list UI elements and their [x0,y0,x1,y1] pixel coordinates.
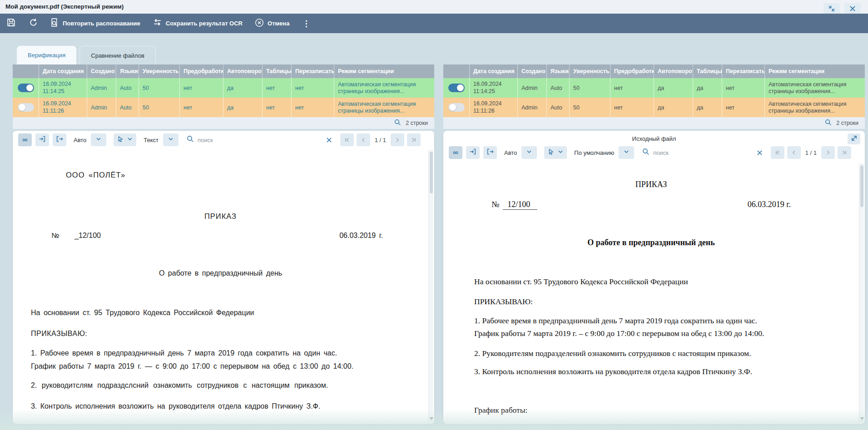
cell-created: Admin [87,98,116,117]
source-file-viewer: Исходный файл ∞ Авто [443,131,865,424]
doc-number: 12/100 [503,200,537,210]
save-ocr-label: Сохранить результат OCR [166,20,243,27]
row-toggle-on[interactable] [448,84,465,92]
cancel-button[interactable]: Отмена [254,18,289,30]
doc-line: 2. Руководителям подразделений ознакомит… [474,349,751,358]
cell-tables: да [693,98,722,117]
col-header: Режим сегментации [334,64,434,78]
tab-file-comparison[interactable]: Сравнение файлов [79,46,156,64]
cell-created: Admin [518,98,547,117]
save-file-button[interactable] [6,18,16,29]
more-options-button[interactable]: ⋮ [302,20,310,28]
doc-line: 1. Рабочее время в предпраздничный день … [474,316,757,326]
toggle-knob [449,104,456,111]
doc-line: График работы: [474,405,527,415]
doc-line: 3. Контроль исполнения возложить на руко… [31,402,320,410]
search-icon[interactable] [394,119,401,127]
source-file-panel: Дата создания Создано Языки Уверенность … [443,64,865,129]
source-document-content[interactable]: ПРИКАЗ №12/100 06.03.2019 г. О работе в … [443,131,859,424]
table-row[interactable]: 16.09.202411:14:25 Admin Auto 50 нет да … [13,78,434,98]
row-toggle-off[interactable] [18,103,34,112]
scrollbar-thumb[interactable] [430,152,433,193]
col-header: Создано [87,64,116,78]
cell-time: 11:14:25 [473,88,495,94]
cell-preprocessing: нет [180,78,223,98]
doc-line: График работы 7 марта 2019 г. — с 9:00 д… [31,362,353,371]
cell-segmentation: Автоматическая сегментация страницы изоб… [338,81,434,95]
tab-verification[interactable]: Верификация [17,46,76,64]
col-header: Дата создания [39,64,87,78]
tab-bar: Верификация Сравнение файлов [17,46,156,64]
ocr-document-content[interactable]: ООО «ПОЛЁТ» ПРИКАЗ №_12/100 06.03.2019 г… [13,131,428,424]
cell-autorotate: да [654,78,693,98]
col-header: Уверенность [570,64,610,78]
cell-confidence: 50 [570,98,610,117]
row-toggle-off[interactable] [448,103,465,112]
rows-count: 2 строки [836,120,858,126]
scroll-down-arrow[interactable] [430,417,433,420]
scrollbar-vertical[interactable] [859,163,864,421]
row-toggle-on[interactable] [18,84,34,92]
doc-company: ООО «ПОЛЁТ» [66,171,125,179]
swap-arrows-icon [152,18,163,29]
scrollbar-thumb[interactable] [860,165,863,207]
cell-languages: Auto [116,78,139,98]
col-header: Дата создания [470,64,518,78]
cell-tables: нет [263,78,292,98]
doc-date: 06.03.2019 г. [339,232,383,240]
scrollbar-vertical[interactable] [428,150,433,421]
doc-line: 3. Контроль исполнения возложить на руко… [474,367,752,376]
cell-segmentation: Автоматическая сегментация страницы изоб… [338,101,434,114]
cell-created: Admin [518,78,547,98]
cell-autorotate: да [654,98,693,117]
col-header: Автоповорот [223,64,263,78]
col-header: Режим сегментации [765,64,865,78]
cell-time: 11:11:26 [43,108,64,114]
table-row[interactable]: 16.09.202411:11:26 Admin Auto 50 нет да … [13,98,434,117]
doc-title: ПРИКАЗ [443,180,859,189]
repeat-ocr-label: Повторить распознавание [63,20,140,27]
cell-overwrite: нет [292,78,334,98]
col-header: Автоповорот [654,64,693,78]
doc-date: 06.03.2019 г. [748,200,791,209]
rows-count: 2 строки [406,120,428,126]
table-row[interactable]: 16.09.202411:11:26 Admin Auto 50 нет да … [443,98,865,117]
cancel-label: Отмена [268,20,289,27]
app-window: Мой документ.pdf (Экспертный режим) [0,0,868,430]
cell-segmentation: Автоматическая сегментация страницы изоб… [769,81,865,95]
cell-tables: нет [263,98,292,117]
cell-preprocessing: нет [180,98,223,117]
col-header: Языки [116,64,139,78]
title-bar: Мой документ.pdf (Экспертный режим) [0,0,868,14]
cell-autorotate: да [223,98,263,117]
refresh-button[interactable] [29,18,38,29]
doc-title: ПРИКАЗ [13,212,428,221]
save-ocr-button[interactable]: Сохранить результат OCR [152,18,243,29]
scroll-down-arrow[interactable] [860,417,864,420]
col-header: Перезаписать [722,64,765,78]
doc-number-label: № [491,200,499,209]
doc-subject: О работе в предпраздничный день [443,238,859,247]
col-toggle-header [13,64,39,78]
search-icon[interactable] [825,119,832,127]
table-row[interactable]: 16.09.202411:14:25 Admin Auto 50 нет да … [443,78,865,98]
cell-languages: Auto [547,78,570,98]
close-icon [849,5,856,14]
ocr-result-panel: Дата создания Создано Языки Уверенность … [13,64,434,129]
repeat-ocr-button[interactable]: Повторить распознавание [50,18,140,29]
cell-segmentation: Автоматическая сегментация страницы изоб… [769,101,865,114]
cell-overwrite: нет [722,98,765,117]
fullscreen-icon [828,5,835,14]
doc-line: ПРИКАЗЫВАЮ: [31,330,87,338]
cell-autorotate: да [223,78,263,98]
cell-preprocessing: нет [610,78,654,98]
refresh-icon [29,18,38,29]
cell-confidence: 50 [139,98,180,117]
doc-line: 1. Рабочее время в предпраздничный день … [31,349,337,357]
cell-created: Admin [87,78,116,98]
toggle-knob [19,104,25,111]
table-header: Дата создания Создано Языки Уверенность … [13,64,434,78]
doc-number: _12/100 [74,232,101,239]
col-header: Таблицы [263,64,292,78]
cell-preprocessing: нет [610,98,654,117]
